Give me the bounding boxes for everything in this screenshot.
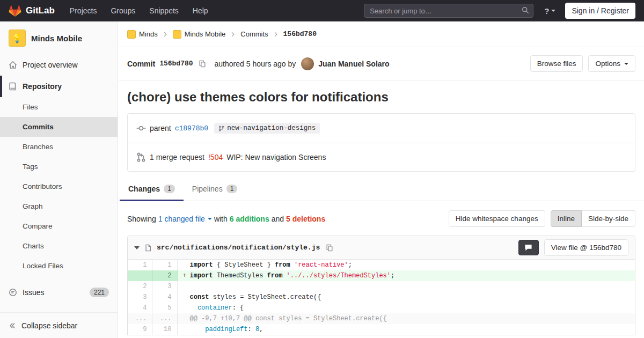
toggle-comments-button[interactable] — [518, 240, 539, 255]
chevron-right-icon — [273, 32, 279, 37]
breadcrumb: Minds Minds Mobile Commits 156bd780 — [119, 21, 644, 47]
hide-whitespace-button[interactable]: Hide whitespace changes — [449, 210, 545, 227]
sidebar-item-files[interactable]: Files — [0, 97, 118, 117]
help-dropdown[interactable]: ? — [544, 6, 555, 16]
author-name-link[interactable]: Juan Manuel Solaro — [318, 60, 389, 68]
commit-title: (chore) use themes colors for notificati… — [127, 90, 635, 105]
chevron-down-icon — [624, 63, 628, 65]
collapse-sidebar-button[interactable]: Collapse sidebar — [0, 312, 118, 338]
inline-view-button[interactable]: Inline — [551, 210, 582, 227]
code-token: '../../styles/ThemedStyles' — [287, 272, 391, 280]
merge-request-icon — [136, 152, 146, 162]
project-avatar: 💡 — [9, 30, 26, 47]
commit-tabs: Changes 1 Pipelines 1 — [119, 177, 644, 201]
sidebar-item-project-overview[interactable]: Project overview — [0, 54, 118, 76]
sidebar-item-tags[interactable]: Tags — [0, 157, 118, 177]
code-token: ; — [348, 261, 352, 269]
sign-in-register-button[interactable]: Sign in / Register — [565, 3, 635, 19]
sidebar-item-contributors[interactable]: Contributors — [0, 177, 118, 196]
view-file-button[interactable]: View file @ 156bd780 — [544, 239, 628, 256]
copy-commit-sha-button[interactable] — [197, 59, 207, 69]
old-line-number[interactable]: 2 — [128, 281, 152, 292]
issues-icon — [9, 288, 17, 297]
sidebar-item-compare[interactable]: Compare — [0, 216, 118, 236]
new-line-number[interactable]: 4 — [152, 292, 177, 303]
new-line-number[interactable]: 2 — [152, 270, 177, 281]
nav-link-projects[interactable]: Projects — [70, 6, 97, 15]
copy-file-path-button[interactable] — [325, 243, 334, 253]
author-avatar[interactable] — [301, 57, 314, 70]
new-line-number[interactable]: 5 — [152, 303, 177, 313]
old-line-number[interactable]: 1 — [128, 260, 152, 270]
commit-info-bar: Commit 156bd780 authored 5 hours ago by … — [119, 47, 644, 80]
branch-badge[interactable]: new-navigation-designs — [214, 123, 320, 134]
options-dropdown-button[interactable]: Options — [588, 55, 635, 72]
code-token: : — [248, 326, 255, 333]
code-token: from — [275, 261, 290, 269]
sidebar-item-branches[interactable]: Branches — [0, 137, 118, 157]
diff-line-marker — [183, 292, 190, 303]
diff-line: 910 paddingLeft: 8, — [128, 324, 635, 335]
sidebar-item-locked-files[interactable]: Locked Files — [0, 256, 118, 276]
collapse-diff-icon[interactable] — [134, 246, 140, 249]
old-line-number[interactable]: ... — [128, 313, 152, 324]
diff-line: 2+import ThemedStyles from '../../styles… — [128, 270, 635, 281]
tab-pipelines[interactable]: Pipelines 1 — [184, 177, 246, 201]
question-mark-icon: ? — [544, 6, 549, 16]
browse-files-button[interactable]: Browse files — [530, 55, 583, 72]
breadcrumb-label: Minds — [139, 30, 158, 38]
diff-summary-text: Showing 1 changed file with 6 additions … — [127, 215, 325, 223]
old-line-number[interactable]: 4 — [128, 303, 152, 313]
breadcrumb-minds[interactable]: Minds — [127, 30, 158, 39]
file-icon — [144, 244, 152, 252]
sidebar-item-commits[interactable]: Commits — [0, 117, 118, 137]
gitlab-home-link[interactable]: GitLab — [9, 4, 55, 17]
code-token: paddingLeft — [205, 326, 247, 333]
brand-name: GitLab — [26, 5, 55, 16]
diff-file-path[interactable]: src/notifications/notification/style.js — [157, 244, 320, 252]
breadcrumb-label: Minds Mobile — [185, 30, 226, 38]
side-by-side-view-button[interactable]: Side-by-side — [582, 210, 635, 227]
parent-sha-link[interactable]: c18978b0 — [175, 124, 208, 133]
code-token: 'react-native' — [294, 261, 348, 269]
merge-request-link[interactable]: !504 — [208, 153, 223, 161]
old-line-number[interactable]: 3 — [128, 292, 152, 303]
diff-line-marker: + — [183, 270, 190, 281]
changed-files-dropdown[interactable]: 1 changed file — [158, 215, 212, 223]
nav-link-snippets[interactable]: Snippets — [149, 6, 178, 15]
breadcrumb-commits[interactable]: Commits — [240, 30, 268, 38]
code-token: , — [259, 326, 263, 333]
new-line-number[interactable]: 3 — [152, 281, 177, 292]
authored-text: authored 5 hours ago by — [215, 60, 296, 68]
branch-icon — [218, 126, 224, 131]
nav-link-help[interactable]: Help — [193, 6, 208, 15]
project-mini-avatar — [173, 30, 181, 39]
tab-label: Pipelines — [192, 185, 223, 193]
new-line-number[interactable]: 10 — [152, 324, 177, 335]
sidebar-item-repository[interactable]: Repository — [0, 76, 118, 97]
commit-detail: (chore) use themes colors for notificati… — [119, 90, 644, 172]
new-line-number[interactable]: 1 — [152, 260, 177, 270]
old-line-number[interactable]: 9 — [128, 324, 152, 335]
tab-changes[interactable]: Changes 1 — [120, 177, 184, 201]
project-avatar-emoji: 💡 — [12, 33, 23, 43]
project-header-link[interactable]: 💡 Minds Mobile — [0, 21, 118, 54]
diff-line-marker — [183, 313, 190, 324]
search-icon[interactable] — [522, 6, 529, 16]
sidebar-item-graph[interactable]: Graph — [0, 196, 118, 216]
main-content: Minds Minds Mobile Commits 156bd780 Comm… — [119, 21, 644, 338]
search-input[interactable] — [364, 4, 533, 18]
nav-link-groups[interactable]: Groups — [111, 6, 135, 15]
breadcrumb-minds-mobile[interactable]: Minds Mobile — [173, 30, 226, 39]
new-line-number[interactable]: ... — [152, 313, 177, 324]
old-line-number[interactable] — [128, 270, 152, 281]
diff-line: 45 container: { — [128, 303, 635, 313]
changed-files-label: 1 changed file — [158, 215, 205, 223]
group-avatar — [127, 30, 136, 39]
sidebar-item-issues[interactable]: Issues 221 — [0, 282, 118, 303]
project-name: Minds Mobile — [31, 34, 82, 43]
commit-label: Commit — [127, 60, 155, 68]
code-token: { StyleSheet } — [213, 261, 275, 269]
sidebar-item-charts[interactable]: Charts — [0, 236, 118, 256]
code-token: @@ -9,7 +10,7 @@ const styles = StyleShe… — [190, 315, 387, 322]
